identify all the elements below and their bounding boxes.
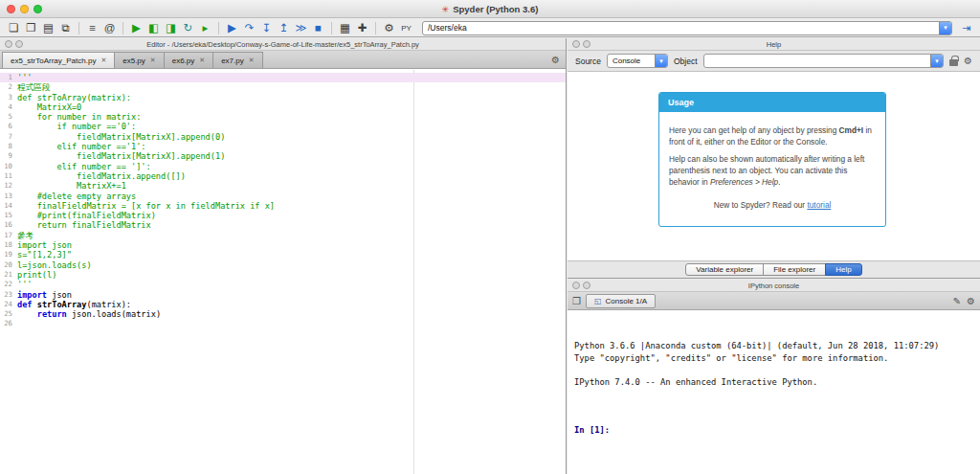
line-number[interactable]: 13 xyxy=(0,192,17,201)
line-number[interactable]: 26 xyxy=(0,319,17,328)
line-number[interactable]: 25 xyxy=(0,309,17,319)
close-tab-icon[interactable]: ✕ xyxy=(100,56,106,64)
code-line[interactable]: 12 MatrixX+=1 xyxy=(0,181,566,191)
float-pane-button[interactable] xyxy=(583,40,590,48)
new-console-icon[interactable]: ❐ xyxy=(572,296,581,306)
line-number[interactable]: 2 xyxy=(0,82,17,92)
fullscreen-button[interactable]: ✚ xyxy=(354,20,370,36)
gear-icon[interactable]: ⚙ xyxy=(551,55,560,65)
object-combobox[interactable] xyxy=(703,54,945,68)
source-combobox[interactable]: Console xyxy=(607,54,668,68)
step-over-button[interactable]: ↷ xyxy=(241,20,257,36)
debug-file-button[interactable]: ▶ xyxy=(224,20,240,36)
code-line[interactable]: 14 finalFieldMatrix = [x for x in fieldM… xyxy=(0,201,566,211)
line-number[interactable]: 21 xyxy=(0,270,17,280)
float-pane-button[interactable] xyxy=(583,282,590,289)
code-line[interactable]: 25 return json.loads(matrix) xyxy=(0,309,566,319)
chevron-down-icon[interactable] xyxy=(655,55,667,67)
line-number[interactable]: 3 xyxy=(0,93,17,102)
rerun-cell-button[interactable]: ↻ xyxy=(180,20,196,36)
line-number[interactable]: 22 xyxy=(0,280,17,289)
code-line[interactable]: 6 if number =='0': xyxy=(0,122,566,131)
line-number[interactable]: 11 xyxy=(0,171,17,181)
code-line[interactable]: 9 fieldMatrix[MatrixX].append(1) xyxy=(0,151,566,161)
run-cell-button[interactable]: ◧ xyxy=(145,20,162,36)
editor-tab[interactable]: ex5_strToArray_Patch.py✕ xyxy=(2,52,115,68)
code-line[interactable]: 22''' xyxy=(0,280,566,289)
parent-directory-icon[interactable]: ⇥ xyxy=(958,20,974,36)
code-line[interactable]: 20l=json.loads(s) xyxy=(0,260,566,270)
continue-execution-button[interactable]: ≫ xyxy=(293,20,309,36)
close-tab-icon[interactable]: ✕ xyxy=(150,56,156,64)
line-number[interactable]: 9 xyxy=(0,151,17,161)
code-line[interactable]: 23import json xyxy=(0,290,566,300)
close-pane-button[interactable] xyxy=(5,40,12,48)
close-pane-button[interactable] xyxy=(572,282,580,289)
close-tab-icon[interactable]: ✕ xyxy=(249,56,255,64)
step-return-button[interactable]: ↥ xyxy=(276,20,292,36)
code-line[interactable]: 19s="[1,2,3]" xyxy=(0,250,566,260)
line-number[interactable]: 17 xyxy=(0,231,17,240)
code-line[interactable]: 16 return finalFieldMatrix xyxy=(0,220,566,230)
editor-tab[interactable]: ex5.py✕ xyxy=(114,52,164,68)
code-line[interactable]: 8 elif number =='1': xyxy=(0,142,566,151)
line-number[interactable]: 5 xyxy=(0,112,17,122)
run-cell-advance-button[interactable]: ◨ xyxy=(163,20,179,36)
code-line[interactable]: 1''' xyxy=(0,73,566,82)
line-number[interactable]: 10 xyxy=(0,162,17,171)
code-line[interactable]: 15 #print(finalFieldMatrix) xyxy=(0,211,566,220)
gear-icon[interactable]: ⚙ xyxy=(964,56,972,66)
code-line[interactable]: 17參考 xyxy=(0,231,566,240)
lock-icon[interactable] xyxy=(949,59,958,66)
editor-tab[interactable]: ex6.py✕ xyxy=(164,52,213,68)
pane-tab-file-explorer[interactable]: File explorer xyxy=(763,263,826,276)
chevron-down-icon[interactable] xyxy=(939,22,951,34)
console-tab[interactable]: ◱ Console 1/A xyxy=(586,294,656,308)
file-switcher-button[interactable]: ≡ xyxy=(84,20,100,36)
code-line[interactable]: 26 xyxy=(0,319,566,328)
save-file-button[interactable]: ▤ xyxy=(40,20,56,36)
line-number[interactable]: 24 xyxy=(0,300,17,309)
open-file-button[interactable]: ❐ xyxy=(23,20,39,36)
chevron-down-icon[interactable] xyxy=(930,55,943,67)
float-pane-button[interactable] xyxy=(15,40,23,48)
line-number[interactable]: 15 xyxy=(0,211,17,220)
preferences-button[interactable]: ⚙ xyxy=(381,20,397,36)
code-line[interactable]: 4 MatrixX=0 xyxy=(0,102,566,112)
line-number[interactable]: 6 xyxy=(0,122,17,131)
code-line[interactable]: 21print(l) xyxy=(0,270,566,280)
line-number[interactable]: 7 xyxy=(0,132,17,142)
code-line[interactable]: 13 #delete empty arrays xyxy=(0,192,566,201)
code-line[interactable]: 7 fieldMatrix[MatrixX].append(0) xyxy=(0,132,566,142)
code-line[interactable]: 18import json xyxy=(0,240,566,250)
editor-tab[interactable]: ex7.py✕ xyxy=(212,52,262,68)
run-file-button[interactable]: ▶ xyxy=(128,20,145,36)
maximize-pane-button[interactable]: ▦ xyxy=(337,20,353,36)
code-line[interactable]: 10 elif number == ']': xyxy=(0,162,566,171)
new-file-button[interactable]: ❏ xyxy=(6,20,22,36)
line-number[interactable]: 20 xyxy=(0,260,17,270)
line-number[interactable]: 18 xyxy=(0,240,17,250)
gear-icon[interactable]: ⚙ xyxy=(967,296,975,306)
step-into-button[interactable]: ↧ xyxy=(258,20,275,36)
python-path-manager-button[interactable]: PY xyxy=(398,20,414,36)
code-line[interactable]: 11 fieldMatrix.append([]) xyxy=(0,171,566,181)
tutorial-link[interactable]: tutorial xyxy=(807,200,831,210)
stop-debug-button[interactable]: ■ xyxy=(310,20,326,36)
run-selection-button[interactable]: ▸ xyxy=(197,20,213,36)
line-number[interactable]: 8 xyxy=(0,142,17,151)
pane-tab-variable-explorer[interactable]: Variable explorer xyxy=(685,263,764,276)
line-number[interactable]: 12 xyxy=(0,181,17,191)
console-output[interactable]: Python 3.6.6 |Anaconda custom (64-bit)| … xyxy=(568,311,980,474)
line-number[interactable]: 1 xyxy=(0,73,17,82)
pencil-icon[interactable]: ✎ xyxy=(953,296,961,306)
find-symbols-button[interactable]: @ xyxy=(101,20,118,36)
pane-tab-help[interactable]: Help xyxy=(825,263,861,276)
code-line[interactable]: 3def strToArray(matrix): xyxy=(0,93,566,102)
close-tab-icon[interactable]: ✕ xyxy=(199,56,205,64)
line-number[interactable]: 14 xyxy=(0,201,17,211)
line-number[interactable]: 19 xyxy=(0,250,17,260)
code-line[interactable]: 24def strToArray(matrix): xyxy=(0,300,566,309)
code-line[interactable]: 5 for number in matrix: xyxy=(0,112,566,122)
code-editor[interactable]: 1'''2程式區段3def strToArray(matrix):4 Matri… xyxy=(0,70,566,474)
